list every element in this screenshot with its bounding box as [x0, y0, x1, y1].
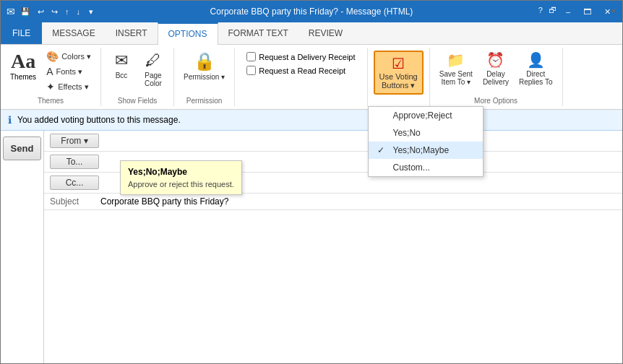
ribbon-group-show-fields: ✉ Bcc 🖊 Page Color Show Fields: [101, 48, 174, 106]
title-bar: ✉ 💾 ↩ ↪ ↑ ↓ ▾ Corporate BBQ party this F…: [1, 1, 622, 22]
from-button[interactable]: From ▾: [50, 134, 99, 148]
permission-group-label: Permission: [186, 94, 222, 105]
permission-icon: 🔒: [194, 51, 215, 72]
fonts-label: Fonts ▾: [56, 67, 82, 77]
ribbon-group-tracking: Request a Delivery Receipt Request a Rea…: [235, 48, 367, 106]
save-sent-label2: Item To ▾: [442, 78, 471, 86]
subject-label: Subject: [50, 196, 100, 207]
quick-more[interactable]: ▾: [87, 7, 95, 17]
voting-btn-wrapper: ☑ Use Voting Buttons ▾ Approve;Reject Ye…: [374, 51, 424, 95]
effects-label: Effects ▾: [58, 82, 88, 92]
tab-review[interactable]: REVIEW: [298, 22, 353, 44]
from-input[interactable]: [102, 136, 616, 146]
restore-icon[interactable]: 🗗: [546, 6, 559, 18]
send-panel: Send: [1, 131, 44, 363]
voting-label: Use Voting: [379, 72, 418, 81]
save-sent-button[interactable]: 📁 Save Sent Item To ▾: [436, 49, 476, 88]
more-options-group-label: More Options: [474, 94, 517, 105]
more-options-items: 📁 Save Sent Item To ▾ ⏰ Delay Delivery 👤…: [436, 49, 557, 88]
outlook-window: ✉ 💾 ↩ ↪ ↑ ↓ ▾ Corporate BBQ party this F…: [0, 0, 623, 364]
page-color-label: Page: [145, 72, 161, 79]
ribbon-collapse-arrow[interactable]: ▲: [610, 6, 617, 14]
minimize-btn[interactable]: –: [560, 6, 576, 18]
voting-icon: ☑: [392, 55, 405, 72]
bcc-label: Bcc: [116, 72, 128, 79]
ribbon-group-permission: 🔒 Permission ▾ Permission: [174, 48, 235, 106]
quick-up[interactable]: ↑: [63, 7, 72, 16]
fonts-button[interactable]: A Fonts ▾: [43, 64, 95, 79]
direct-replies-label2: Replies To: [519, 78, 553, 86]
app-icon: ✉: [7, 6, 15, 17]
delivery-receipt-checkbox[interactable]: [246, 52, 256, 61]
custom-label: Custom...: [393, 162, 430, 173]
compose-main: Send From ▾ To... Cc... Subject: [1, 131, 622, 363]
show-fields-group-label: Show Fields: [118, 94, 157, 105]
send-button[interactable]: Send: [3, 136, 42, 160]
ribbon-group-voting: ☑ Use Voting Buttons ▾ Approve;Reject Ye…: [368, 48, 430, 106]
ribbon-group-themes: Aa Themes 🎨 Colors ▾ A Fonts ▾ ✦ Effects…: [1, 48, 101, 106]
read-receipt-checkbox[interactable]: [246, 66, 256, 75]
use-voting-button[interactable]: ☑ Use Voting Buttons ▾: [374, 51, 424, 95]
themes-items: Aa Themes 🎨 Colors ▾ A Fonts ▾ ✦ Effects…: [7, 49, 95, 94]
yes-no-maybe-label: Yes;No;Maybe: [393, 145, 450, 155]
compose-area: Send From ▾ To... Cc... Subject: [1, 131, 622, 363]
read-receipt-label: Request a Read Receipt: [259, 66, 345, 75]
help-icon[interactable]: ?: [536, 6, 545, 18]
tracking-checkboxes: Request a Delivery Receipt Request a Rea…: [241, 49, 361, 78]
to-button[interactable]: To...: [50, 155, 99, 169]
custom-check: [377, 162, 389, 173]
read-receipt-item[interactable]: Request a Read Receipt: [246, 66, 355, 75]
colors-icon: 🎨: [46, 51, 59, 62]
tooltip-description: Approve or reject this request.: [128, 180, 234, 188]
bcc-button[interactable]: ✉ Bcc: [107, 49, 136, 82]
show-fields-items: ✉ Bcc 🖊 Page Color: [107, 49, 168, 90]
maximize-btn[interactable]: 🗖: [577, 6, 597, 18]
permission-button[interactable]: 🔒 Permission ▾: [180, 49, 228, 83]
dropdown-item-yes-no-maybe[interactable]: ✓ Yes;No;Maybe: [369, 142, 483, 159]
themes-sub-buttons: 🎨 Colors ▾ A Fonts ▾ ✦ Effects ▾: [43, 49, 95, 94]
ribbon: Aa Themes 🎨 Colors ▾ A Fonts ▾ ✦ Effects…: [1, 45, 622, 110]
delay-delivery-label2: Delivery: [483, 78, 509, 86]
approve-reject-check: [377, 110, 389, 121]
save-sent-icon: 📁: [447, 51, 465, 69]
quick-save[interactable]: 💾: [18, 7, 33, 17]
tab-insert[interactable]: INSERT: [106, 22, 158, 44]
dropdown-item-approve-reject[interactable]: Approve;Reject: [369, 107, 483, 124]
delay-delivery-icon: ⏰: [486, 51, 504, 69]
effects-button[interactable]: ✦ Effects ▾: [43, 79, 95, 94]
title-bar-left: ✉ 💾 ↩ ↪ ↑ ↓ ▾: [7, 6, 95, 17]
notification-text: You added voting buttons to this message…: [17, 115, 181, 125]
quick-down[interactable]: ↓: [74, 7, 83, 16]
save-sent-label: Save Sent: [439, 70, 473, 78]
subject-input[interactable]: [100, 196, 616, 207]
body-editor[interactable]: [44, 210, 622, 363]
from-row: From ▾: [44, 131, 622, 152]
tab-options[interactable]: OPTIONS: [158, 22, 218, 45]
tab-file[interactable]: FILE: [1, 22, 42, 44]
dropdown-item-custom[interactable]: Custom...: [369, 159, 483, 176]
delay-delivery-button[interactable]: ⏰ Delay Delivery: [479, 49, 512, 88]
subject-row: Subject: [44, 194, 622, 210]
colors-button[interactable]: 🎨 Colors ▾: [43, 49, 95, 64]
dropdown-item-yes-no[interactable]: Yes;No: [369, 124, 483, 142]
delivery-receipt-item[interactable]: Request a Delivery Receipt: [246, 52, 355, 61]
yes-no-maybe-check: ✓: [377, 145, 389, 155]
cc-button[interactable]: Cc...: [50, 176, 99, 190]
quick-undo[interactable]: ↩: [35, 7, 46, 17]
permission-label: Permission ▾: [184, 73, 225, 81]
voting-tooltip: Yes;No;Maybe Approve or reject this requ…: [120, 160, 242, 195]
quick-redo[interactable]: ↪: [49, 7, 60, 17]
voting-dropdown: Approve;Reject Yes;No ✓ Yes;No;Maybe Cus…: [368, 106, 484, 177]
themes-button[interactable]: Aa Themes: [7, 49, 40, 83]
delay-delivery-label: Delay: [486, 70, 505, 78]
delivery-receipt-label: Request a Delivery Receipt: [259, 53, 355, 61]
yes-no-label: Yes;No: [393, 128, 421, 138]
tab-message[interactable]: MESSAGE: [42, 22, 105, 44]
themes-aa-icon: Aa: [11, 51, 35, 72]
effects-icon: ✦: [46, 81, 55, 92]
tab-format-text[interactable]: FORMAT TEXT: [218, 22, 298, 44]
ribbon-group-more-options: 📁 Save Sent Item To ▾ ⏰ Delay Delivery 👤…: [430, 48, 563, 106]
fonts-icon: A: [46, 66, 53, 77]
page-color-button[interactable]: 🖊 Page Color: [139, 49, 168, 90]
direct-replies-button[interactable]: 👤 Direct Replies To: [515, 49, 557, 88]
